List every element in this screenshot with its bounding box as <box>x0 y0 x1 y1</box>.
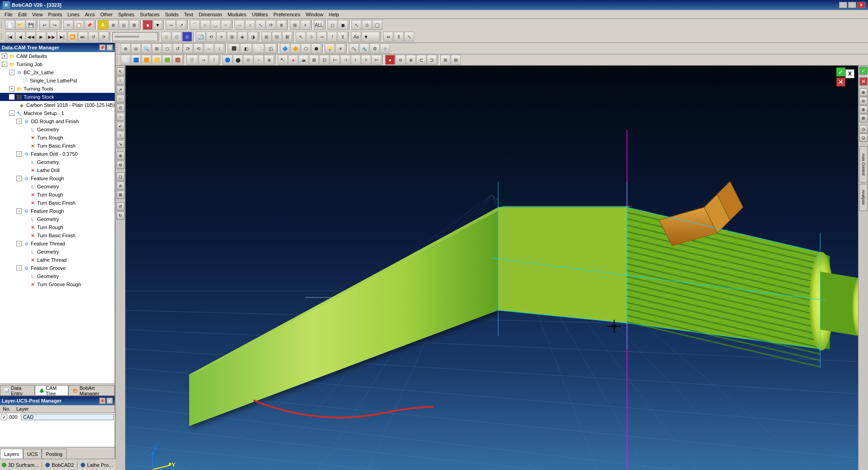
tb-zoom1[interactable]: ⇔ <box>383 32 393 42</box>
tree-item-geometry5[interactable]: L Geometry <box>0 248 115 256</box>
confirm-btn[interactable]: ✓ <box>836 67 845 77</box>
expand-feature-drill[interactable]: - <box>16 151 22 157</box>
analysis-tab[interactable]: Analysis <box>859 184 868 211</box>
tb-arc1[interactable]: ⌒ <box>190 20 200 30</box>
tb-cam2[interactable]: ⊟ <box>272 32 282 42</box>
vp-btn-5[interactable]: ◻ <box>162 43 172 53</box>
tree-item-cam-defaults[interactable]: + 📁 CAM Defaults <box>0 52 115 60</box>
tb-m1[interactable]: ↔ <box>235 20 245 30</box>
tb-view6[interactable]: ◑ <box>248 32 258 42</box>
tree-item-turn-basic-finish2[interactable]: ✕ Turn Basic Finish <box>0 199 115 207</box>
menu-file[interactable]: File <box>2 11 15 18</box>
tree-item-geometry3[interactable]: L Geometry <box>0 182 115 191</box>
nav-btn-8[interactable]: ↓ <box>116 131 125 139</box>
menu-preferences[interactable]: Preferences <box>270 11 303 18</box>
tab-layers[interactable]: Layers <box>0 449 23 459</box>
tree-item-geometry6[interactable]: L Geometry <box>0 272 115 280</box>
expand-od-rough-finish[interactable]: - <box>16 119 22 124</box>
panel-pin-btn[interactable]: 📌 <box>99 44 106 51</box>
nav-btn-6[interactable]: → <box>116 113 125 121</box>
vp-view-2[interactable]: ◧ <box>240 43 252 53</box>
menu-arcs[interactable]: Arcs <box>82 11 97 18</box>
rs-btn-8[interactable]: ◶ <box>859 134 868 142</box>
nav-btn-1[interactable]: ↖ <box>116 67 125 76</box>
vp2-b6[interactable]: 🟫 <box>173 55 183 65</box>
expand-feature-thread[interactable]: - <box>16 241 22 246</box>
nav-btn-16[interactable]: ↻ <box>116 211 125 220</box>
tree-item-od-rough-finish[interactable]: - ⚙ OD Rough and Finish <box>0 117 115 125</box>
vp-btn-3[interactable]: 🔍 <box>141 43 151 53</box>
expand-cam-defaults[interactable]: + <box>2 53 7 59</box>
tb-orbit3[interactable]: ⊙ <box>182 32 192 42</box>
tree-item-machine-setup[interactable]: - 🔧 Machine Setup - 1 <box>0 109 115 117</box>
animation-slider[interactable] <box>112 32 158 41</box>
vp-shading-2[interactable]: 🔶 <box>290 43 300 53</box>
nav-btn-5[interactable]: ⊙ <box>116 104 125 112</box>
nav-btn-15[interactable]: ↺ <box>116 202 125 211</box>
vp-tool-1[interactable]: 🔨 <box>349 43 359 53</box>
expand-feature-rough3[interactable]: - <box>16 208 22 214</box>
vp2-b7[interactable]: ⟨⟩ <box>186 55 198 65</box>
tb-view5[interactable]: ◈ <box>237 32 247 42</box>
rs-btn-3[interactable]: ⊕ <box>859 88 868 96</box>
nav-btn-14[interactable]: ⊞ <box>116 191 125 199</box>
vp2-b31[interactable]: ⊠ <box>451 55 461 65</box>
panel-close-btn[interactable]: X <box>106 44 113 51</box>
vp2-b13[interactable]: ○ <box>254 55 264 65</box>
tb-view1[interactable]: 🔄 <box>196 32 206 42</box>
vp-shading-3[interactable]: ⬡ <box>301 43 311 53</box>
tb-cam3[interactable]: ⊠ <box>282 32 292 42</box>
tb-font-dropdown[interactable]: ▼ <box>362 32 380 42</box>
vp-tool-2[interactable]: 🔩 <box>359 43 369 53</box>
cam-tree-panel[interactable]: + 📁 CAM Defaults - 📁 Turning Job - ⚙ BC_… <box>0 52 115 384</box>
vp-light-1[interactable]: 💡 <box>325 43 335 53</box>
tb-r6[interactable]: ▶| <box>57 32 67 42</box>
tb-r3[interactable]: ◀◀ <box>26 32 36 42</box>
tb-view3[interactable]: ≡ <box>217 32 227 42</box>
vp2-b17[interactable]: ⛰ <box>299 55 309 65</box>
tree-item-feature-rough3[interactable]: - ⚙ Feature Rough <box>0 207 115 215</box>
vp2-b27[interactable]: ⊗ <box>406 55 416 65</box>
nav-btn-11[interactable]: ⊖ <box>116 161 125 169</box>
vp2-b1[interactable]: ⬜ <box>121 55 130 65</box>
vp2-b21[interactable]: ⊣ <box>340 55 350 65</box>
tree-item-turn-basic-finish3[interactable]: ✕ Turn Basic Finish <box>0 231 115 240</box>
tree-item-turn-rough1[interactable]: ✕ Turn Rough <box>0 134 115 142</box>
tb-cam1[interactable]: ⊞ <box>261 32 271 42</box>
vp-view-1[interactable]: ⬛ <box>228 43 240 53</box>
tb-cut[interactable]: ✂ <box>63 20 73 30</box>
vp2-b28[interactable]: ⊏ <box>416 55 426 65</box>
tab-data-entry[interactable]: 📊 Data Entry <box>0 385 35 395</box>
tb-arc2[interactable]: ∩ <box>200 20 210 30</box>
vp2-b24[interactable]: ⊨ <box>371 55 381 65</box>
tree-item-feature-thread[interactable]: - ⚙ Feature Thread <box>0 240 115 248</box>
tb-zoom3[interactable]: ⤡ <box>404 32 414 42</box>
rs-btn-x-red[interactable]: ✕ <box>859 77 868 86</box>
tb-p2[interactable]: ⊙ <box>362 20 372 30</box>
tb-select1[interactable]: ↖ <box>296 32 306 42</box>
tb-save[interactable]: 💾 <box>26 20 36 30</box>
vp-light-2[interactable]: ☀ <box>335 43 345 53</box>
menu-edit[interactable]: Edit <box>15 11 29 18</box>
tb-orbit2[interactable]: ⊙ <box>172 32 182 42</box>
tree-item-turn-basic-finish1[interactable]: ✕ Turn Basic Finish <box>0 142 115 150</box>
vp2-b23[interactable]: ⊧ <box>361 55 371 65</box>
vp2-b12[interactable]: ⊙ <box>243 55 253 65</box>
vp2-b25[interactable]: ● <box>385 55 395 65</box>
tree-item-turn-groove-rough[interactable]: ✕ Turn Groove Rough <box>0 280 115 288</box>
menu-other[interactable]: Other <box>97 11 116 18</box>
tb-undo[interactable]: ↩ <box>39 20 49 30</box>
axis-control-tab[interactable]: Axis Control <box>859 146 868 182</box>
tab-bobart-manager[interactable]: 🎨 BobArt Manager <box>68 385 115 395</box>
vp2-b29[interactable]: ⊐ <box>427 55 437 65</box>
layer-visibility-check[interactable]: ✓ <box>1 414 7 420</box>
tree-item-bc2x-lathe[interactable]: - ⚙ BC_2x_Lathe <box>0 68 115 77</box>
tb-m3[interactable]: ⤡ <box>256 20 265 30</box>
menu-points[interactable]: Points <box>45 11 65 18</box>
menu-surfaces[interactable]: Surfaces <box>137 11 162 18</box>
tb-snap1[interactable]: ⊞ <box>290 20 300 30</box>
layer-row-000[interactable]: ✓ 000 CAD <box>0 413 115 421</box>
tb-snap2[interactable]: + <box>300 20 310 30</box>
tb-r7[interactable]: ⏩ <box>68 32 77 42</box>
vp2-b16[interactable]: 🔺 <box>288 55 298 65</box>
